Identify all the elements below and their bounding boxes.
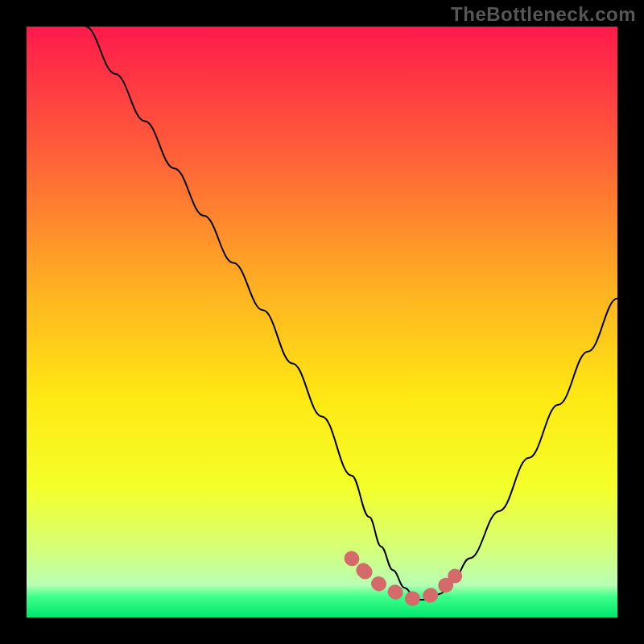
plot-background bbox=[27, 27, 617, 617]
optimal-range-dot bbox=[356, 563, 370, 577]
bottleneck-chart bbox=[0, 0, 644, 644]
watermark-text: TheBottleneck.com bbox=[451, 3, 636, 26]
optimal-range-dot bbox=[448, 569, 462, 584]
optimal-range-dot bbox=[345, 551, 359, 566]
chart-frame: { "watermark": "TheBottleneck.com", "cha… bbox=[0, 0, 644, 644]
